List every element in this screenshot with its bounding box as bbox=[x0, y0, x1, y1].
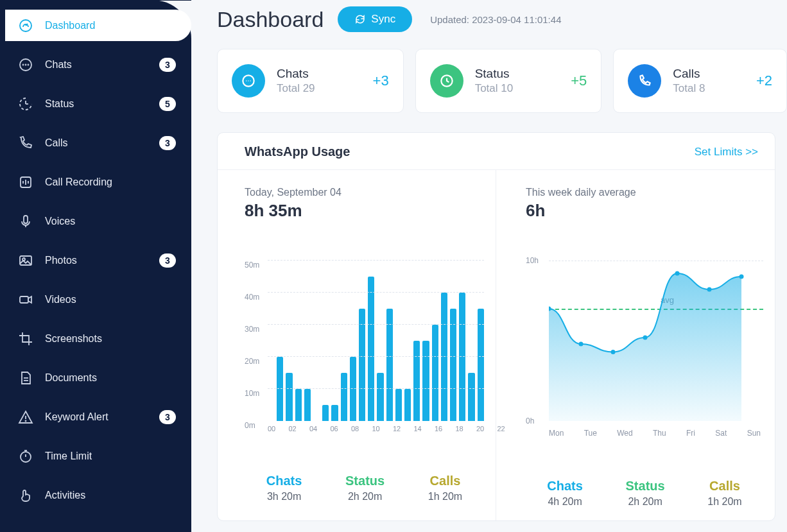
bar bbox=[450, 309, 456, 421]
card-chats[interactable]: Chats Total 29 +3 bbox=[217, 49, 404, 113]
bar bbox=[395, 389, 402, 421]
sidebar-item-label: Chats bbox=[45, 59, 72, 71]
bar bbox=[277, 357, 283, 421]
sidebar-item-time-limit[interactable]: Time Limit bbox=[0, 440, 191, 472]
sidebar-item-videos[interactable]: Videos bbox=[0, 284, 191, 315]
svg-point-32 bbox=[643, 336, 648, 340]
week-subtitle: This week daily average bbox=[526, 187, 763, 198]
sidebar-badge: 3 bbox=[159, 410, 176, 424]
ytick: 50m bbox=[245, 261, 259, 270]
bar bbox=[350, 357, 356, 421]
sidebar-item-label: Calls bbox=[45, 137, 68, 149]
status-circle-icon bbox=[430, 64, 463, 98]
weekly-usage-column: This week daily average 6h 10h 0h avg Mo bbox=[496, 170, 775, 520]
svg-point-27 bbox=[250, 80, 251, 81]
sidebar-item-label: Screenshots bbox=[45, 333, 102, 345]
sync-icon bbox=[354, 13, 366, 25]
ytick: 20m bbox=[245, 357, 259, 366]
bar bbox=[422, 341, 429, 421]
page-header: Dashboard Sync Updated: 2023-09-04 11:01… bbox=[217, 4, 787, 32]
sidebar-item-documents[interactable]: Documents bbox=[0, 362, 191, 393]
page-title: Dashboard bbox=[217, 7, 324, 32]
sidebar-item-label: Call Recording bbox=[45, 176, 112, 188]
timer-icon bbox=[18, 449, 33, 464]
chat-bubble-icon bbox=[232, 64, 265, 98]
chat-icon bbox=[18, 57, 33, 73]
sidebar-item-label: Activities bbox=[45, 490, 85, 501]
sidebar-item-activities[interactable]: Activities bbox=[0, 479, 191, 511]
bar bbox=[286, 373, 292, 421]
bar bbox=[413, 341, 420, 421]
svg-point-4 bbox=[26, 64, 26, 65]
card-delta: +5 bbox=[571, 73, 587, 89]
summary-item: Calls1h 20m bbox=[707, 479, 741, 508]
sidebar-item-label: Photos bbox=[45, 255, 77, 266]
card-total: Total 10 bbox=[475, 82, 514, 95]
card-status[interactable]: Status Total 10 +5 bbox=[415, 49, 602, 113]
sidebar-item-screenshots[interactable]: Screenshots bbox=[0, 323, 191, 354]
photo-icon bbox=[18, 253, 33, 268]
card-delta: +3 bbox=[373, 73, 389, 89]
sidebar-item-keyword-alert[interactable]: Keyword Alert 3 bbox=[0, 401, 191, 433]
sidebar-item-calls[interactable]: Calls 3 bbox=[0, 127, 191, 159]
bar bbox=[295, 389, 302, 421]
sidebar-item-chats[interactable]: Chats 3 bbox=[0, 49, 191, 80]
set-limits-link[interactable]: Set Limits >> bbox=[695, 146, 758, 159]
sidebar-item-photos[interactable]: Photos 3 bbox=[0, 245, 191, 276]
sidebar-item-status[interactable]: Status 5 bbox=[0, 88, 191, 119]
sidebar-item-voices[interactable]: Voices bbox=[0, 205, 191, 237]
today-total: 8h 35m bbox=[245, 201, 484, 221]
summary-item: Status2h 20m bbox=[345, 474, 385, 502]
sidebar-item-label: Documents bbox=[45, 372, 97, 384]
weekly-area-chart: 10h 0h avg bbox=[526, 261, 763, 425]
summary-item: Calls1h 20m bbox=[428, 474, 462, 502]
card-delta: +2 bbox=[756, 73, 772, 89]
sidebar-item-dashboard[interactable]: Dashboard bbox=[5, 10, 191, 41]
today-usage-column: Today, September 04 8h 35m 0m10m20m30m40… bbox=[218, 170, 496, 520]
sidebar-item-label: Voices bbox=[45, 216, 75, 227]
svg-point-35 bbox=[739, 275, 744, 279]
bar bbox=[386, 309, 393, 421]
svg-point-33 bbox=[675, 271, 680, 276]
bar bbox=[404, 389, 411, 421]
svg-rect-16 bbox=[20, 296, 28, 303]
sync-button[interactable]: Sync bbox=[338, 6, 412, 32]
ytick: 0m bbox=[245, 421, 255, 430]
recording-icon bbox=[18, 175, 33, 190]
svg-point-34 bbox=[707, 287, 712, 292]
sidebar-badge: 3 bbox=[159, 253, 176, 268]
alert-icon bbox=[18, 409, 33, 425]
svg-point-20 bbox=[26, 420, 26, 421]
sidebar-item-call-recording[interactable]: Call Recording bbox=[0, 166, 191, 198]
video-icon bbox=[18, 292, 33, 307]
card-calls[interactable]: Calls Total 8 +2 bbox=[613, 49, 787, 113]
dashboard-icon bbox=[18, 18, 33, 33]
usage-panel: WhatsApp Usage Set Limits >> Today, Sept… bbox=[217, 132, 775, 521]
card-total: Total 29 bbox=[277, 82, 315, 95]
ytick: 40m bbox=[245, 293, 259, 302]
hourly-bar-chart: 0m10m20m30m40m50m 0001020304050607080910… bbox=[245, 261, 484, 433]
card-name: Calls bbox=[673, 67, 705, 81]
svg-point-26 bbox=[248, 80, 248, 81]
bar bbox=[441, 293, 447, 421]
bar bbox=[459, 293, 465, 421]
bar bbox=[377, 373, 383, 421]
sidebar-item-label: Status bbox=[45, 98, 74, 110]
week-x-labels: MonTueWedThuFriSatSun bbox=[526, 429, 763, 438]
usage-panel-header: WhatsApp Usage Set Limits >> bbox=[218, 133, 775, 170]
bar bbox=[322, 405, 329, 421]
card-name: Status bbox=[475, 67, 514, 81]
main-content: Dashboard Sync Updated: 2023-09-04 11:01… bbox=[191, 0, 787, 532]
phone-icon bbox=[18, 135, 33, 151]
sidebar-badge: 5 bbox=[159, 97, 176, 111]
svg-point-25 bbox=[246, 80, 246, 81]
today-summaries: Chats3h 20mStatus2h 20mCalls1h 20m bbox=[245, 474, 484, 502]
stat-cards-row: Chats Total 29 +3 Status Total 10 +5 Cal… bbox=[217, 49, 787, 113]
ytick-10h: 10h bbox=[526, 256, 539, 265]
phone-circle-icon bbox=[628, 64, 661, 98]
sync-button-label: Sync bbox=[371, 13, 395, 26]
sidebar-item-label: Keyword Alert bbox=[45, 411, 108, 423]
week-summaries: Chats4h 20mStatus2h 20mCalls1h 20m bbox=[526, 479, 763, 508]
updated-timestamp: Updated: 2023-09-04 11:01:44 bbox=[430, 14, 561, 25]
crop-icon bbox=[18, 331, 33, 347]
